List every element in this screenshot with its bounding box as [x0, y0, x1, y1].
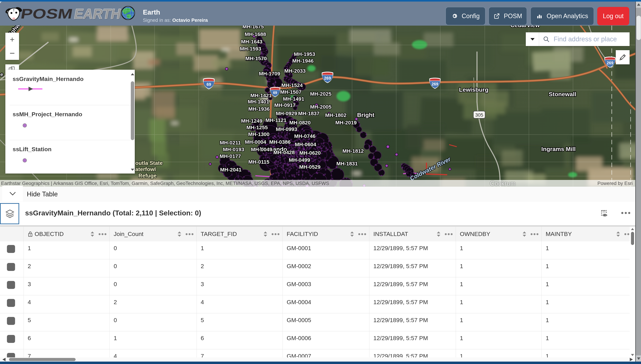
svg-text:MH-1300: MH-1300	[248, 131, 270, 137]
svg-text:MH-2041: MH-2041	[220, 167, 241, 172]
svg-text:MH-1570: MH-1570	[245, 56, 266, 61]
svg-text:MH-0620: MH-0620	[299, 150, 320, 156]
svg-text:MH-1255: MH-1255	[246, 124, 268, 130]
svg-text:MH-0993: MH-0993	[276, 126, 297, 132]
svg-text:MH-1593: MH-1593	[240, 46, 261, 52]
svg-text:MH-0115: MH-0115	[248, 159, 270, 165]
svg-text:MH-2019: MH-2019	[335, 120, 356, 126]
svg-text:305: 305	[475, 112, 484, 118]
svg-text:MH-1709: MH-1709	[259, 71, 280, 76]
svg-text:MH-1491: MH-1491	[283, 96, 304, 102]
svg-text:MH-1524: MH-1524	[281, 82, 303, 88]
svg-text:269: 269	[324, 76, 331, 80]
svg-text:MH-1946: MH-1946	[292, 58, 314, 64]
svg-text:MH-1121: MH-1121	[266, 117, 286, 123]
svg-text:MH-0929: MH-0929	[276, 110, 297, 116]
svg-text:MH-1688: MH-1688	[245, 31, 266, 37]
svg-text:MH-0177: MH-0177	[220, 153, 241, 159]
svg-text:MH-0428: MH-0428	[273, 150, 295, 155]
svg-text:MH-1249: MH-1249	[241, 118, 262, 124]
svg-text:MH-1802: MH-1802	[325, 112, 346, 118]
svg-text:MH-0211: MH-0211	[220, 140, 241, 146]
svg-text:MH-0386: MH-0386	[269, 139, 290, 145]
svg-text:MH-1831: MH-1831	[336, 161, 358, 166]
svg-text:MH-0004: MH-0004	[245, 139, 266, 145]
svg-text:e: e	[0, 72, 3, 77]
svg-text:MH-0049: MH-0049	[251, 146, 272, 152]
svg-text:MH-1401: MH-1401	[248, 99, 269, 104]
svg-text:69: 69	[273, 91, 277, 95]
svg-text:MH-1421: MH-1421	[250, 92, 272, 98]
svg-text:outla State: outla State	[135, 160, 163, 166]
svg-text:MH-2033: MH-2033	[284, 68, 306, 74]
svg-text:MH-1675: MH-1675	[242, 26, 264, 30]
svg-text:MH-2005: MH-2005	[310, 104, 331, 110]
svg-text:69: 69	[206, 82, 211, 87]
svg-text:MH-1837: MH-1837	[298, 110, 320, 116]
svg-text:MH-0193: MH-0193	[223, 146, 244, 152]
svg-text:269: 269	[432, 82, 438, 86]
svg-text:MH-0820: MH-0820	[289, 120, 310, 126]
svg-text:MH-0604: MH-0604	[295, 142, 316, 147]
svg-text:MH-1812: MH-1812	[342, 148, 364, 154]
svg-text:Bright: Bright	[357, 112, 374, 118]
svg-text:Stonewall: Stonewall	[549, 91, 576, 98]
svg-text:MH-0499: MH-0499	[289, 157, 310, 163]
svg-text:MH-0746: MH-0746	[294, 133, 316, 139]
svg-text:Cedarview: Cedarview	[510, 26, 540, 28]
svg-text:MH-2025: MH-2025	[310, 91, 331, 97]
svg-text:MH-0917: MH-0917	[274, 102, 296, 108]
svg-text:POSM: POSM	[20, 6, 74, 22]
svg-text:aterfowl: aterfowl	[135, 166, 156, 172]
svg-text:EARTH: EARTH	[73, 6, 122, 22]
svg-text:Refuge: Refuge	[138, 173, 156, 179]
svg-text:Ingrams Mill: Ingrams Mill	[541, 146, 576, 152]
svg-text:MH-1643: MH-1643	[241, 39, 262, 44]
svg-text:MH-1936: MH-1936	[248, 106, 270, 112]
svg-text:MH-1507: MH-1507	[280, 89, 302, 95]
svg-text:269: 269	[606, 61, 613, 65]
svg-text:MH-0529: MH-0529	[299, 164, 320, 170]
svg-text:MH-1953: MH-1953	[294, 51, 315, 57]
svg-text:Lewisburg: Lewisburg	[459, 86, 488, 93]
